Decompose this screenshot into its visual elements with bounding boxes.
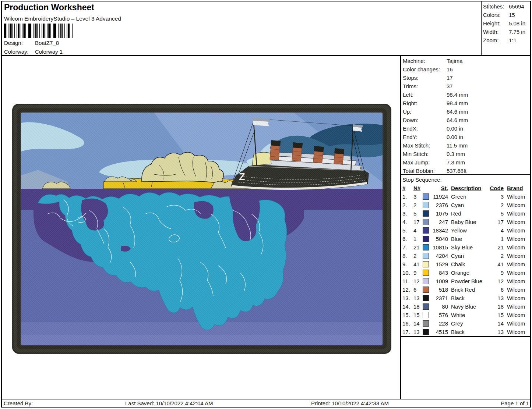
color-description: Chalk — [451, 261, 465, 268]
row-num: 5. — [402, 227, 407, 234]
color-description: Cyan — [451, 202, 464, 209]
summary-value: 7.75 in — [509, 28, 525, 36]
color-swatch — [423, 210, 429, 217]
needle-num: 18 — [413, 303, 420, 310]
page-border-top — [1, 1, 531, 1]
stitch-count: 2376 — [429, 202, 448, 209]
summary-label: Stitches: — [483, 3, 504, 10]
thread-brand: Wilcom — [507, 235, 525, 243]
needle-num: 21 — [413, 244, 420, 251]
stitch-count: 18342 — [429, 227, 448, 234]
summary-row: Zoom:1:1 — [483, 37, 530, 45]
machine-row: EndX:0.00 in — [403, 125, 530, 133]
needle-num: 1 — [413, 235, 416, 243]
color-description: Grey — [451, 320, 463, 327]
stitch-count: 10815 — [429, 244, 448, 251]
thread-code: 14 — [480, 320, 504, 327]
stitch-count: 2371 — [429, 295, 448, 302]
thread-code: 2 — [480, 202, 504, 209]
machine-row: Color changes:16 — [403, 66, 530, 74]
stop-row: 16.14228Grey14Wilcom — [402, 320, 531, 328]
stop-row: 12.6518Brick Red6Wilcom — [402, 286, 531, 294]
machine-label: Down: — [403, 117, 419, 123]
row-num: 12. — [402, 286, 410, 294]
thread-brand: Wilcom — [507, 320, 525, 327]
needle-num: 9 — [413, 269, 416, 277]
machine-value: 98.4 mm — [447, 91, 468, 99]
machine-row: Max Jump:7.3 mm — [403, 159, 530, 167]
color-swatch — [423, 270, 429, 276]
summary-row: Stitches:65694 — [483, 3, 530, 11]
color-description: White — [451, 312, 465, 319]
footer-divider — [1, 399, 531, 399]
stop-row: 11.121009Powder Blue12Wilcom — [402, 278, 531, 286]
thread-code: 9 — [480, 269, 504, 277]
thread-code: 12 — [480, 278, 504, 285]
row-num: 9. — [402, 261, 407, 268]
row-num: 4. — [402, 218, 407, 226]
last-saved-text: Last Saved: 10/10/2022 4:42:04 AM — [125, 400, 213, 406]
color-description: Cyan — [451, 252, 464, 260]
thread-brand: Wilcom — [507, 202, 525, 209]
row-num: 1. — [402, 193, 407, 200]
color-description: Baby Blue — [451, 218, 476, 226]
color-description: Black — [451, 295, 465, 302]
page-title: Production Worksheet — [4, 3, 94, 13]
row-num: 14. — [402, 303, 410, 310]
production-worksheet-page: Production Worksheet Wilcom EmbroiderySt… — [0, 0, 532, 409]
stitch-count: 1009 — [429, 278, 448, 285]
thread-code: 2 — [480, 252, 504, 260]
stop-sequence-title: Stop Sequence: — [402, 176, 442, 184]
color-swatch — [423, 253, 429, 259]
colorway-value: Colorway 1 — [35, 48, 63, 56]
thread-code: 5 — [480, 210, 504, 217]
thread-brand: Wilcom — [507, 218, 525, 226]
row-num: 7. — [402, 244, 407, 251]
needle-num: 13 — [413, 328, 420, 336]
color-swatch — [423, 295, 429, 301]
machine-label: Right: — [403, 100, 417, 106]
stitch-count: 5040 — [429, 235, 448, 243]
color-swatch — [423, 329, 429, 335]
thread-brand: Wilcom — [507, 261, 525, 268]
machine-row: Machine:Tajima — [403, 57, 530, 65]
color-description: Blue — [451, 235, 462, 243]
row-num: 6. — [402, 235, 407, 243]
summary-value: 65694 — [509, 3, 524, 10]
machine-value: 7.3 mm — [447, 159, 465, 166]
machine-value: 0.00 in — [447, 134, 463, 141]
machine-row: Right:98.4 mm — [403, 100, 530, 108]
machine-label: Left: — [403, 92, 413, 98]
machine-row: Up:64.6 mm — [403, 108, 530, 116]
thread-brand: Wilcom — [507, 278, 525, 285]
machine-label: Up: — [403, 109, 411, 115]
thread-brand: Wilcom — [507, 303, 525, 310]
stop-row: 1.311924Green3Wilcom — [402, 193, 531, 201]
machine-value: 37 — [447, 83, 453, 90]
color-swatch — [423, 236, 429, 242]
page-number: Page 1 of 1 — [492, 400, 529, 406]
stop-row: 2.22376Cyan2Wilcom — [402, 202, 531, 210]
row-num: 13. — [402, 295, 410, 302]
machine-value: 11.5 mm — [447, 142, 468, 149]
color-description: Green — [451, 193, 466, 200]
machine-value: 98.4 mm — [447, 100, 468, 107]
thread-code: 1 — [480, 235, 504, 243]
needle-num: 15 — [413, 312, 420, 319]
machine-row: Down:64.6 mm — [403, 117, 530, 125]
summary-label: Colors: — [483, 12, 501, 18]
row-num: 15. — [402, 312, 410, 319]
stop-row: 10.9843Orange9Wilcom — [402, 269, 531, 277]
needle-num: 4 — [413, 227, 416, 234]
needle-num: 41 — [413, 261, 420, 268]
thread-code: 15 — [480, 312, 504, 319]
color-description: Orange — [451, 269, 469, 277]
color-swatch — [423, 278, 429, 284]
machine-row: Left:98.4 mm — [403, 91, 530, 99]
color-description: Powder Blue — [451, 278, 482, 285]
stitch-count: 576 — [429, 312, 448, 319]
thread-code: 4 — [480, 227, 504, 234]
page-border-left — [1, 1, 2, 408]
machine-label: Color changes: — [403, 66, 440, 72]
row-num: 11. — [402, 278, 410, 285]
